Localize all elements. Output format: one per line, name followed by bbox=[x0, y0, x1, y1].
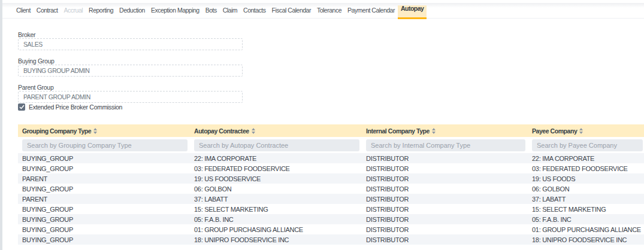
left-scroll-strip bbox=[0, 0, 2, 250]
tab-payment-calendar[interactable]: Payment Calendar bbox=[344, 0, 398, 18]
tab-reporting[interactable]: Reporting bbox=[86, 0, 116, 18]
tab-bar: Client Contract Accrual Reporting Deduct… bbox=[0, 0, 644, 19]
col-header-grouping-company-type[interactable]: Grouping Company Type bbox=[18, 124, 190, 137]
sort-icon[interactable] bbox=[432, 128, 436, 134]
table-row[interactable]: BUYING_GROUP22: IMA CORPORATEDISTRIBUTOR… bbox=[18, 153, 644, 163]
tab-contacts[interactable]: Contacts bbox=[240, 0, 268, 18]
search-autopay-contractee[interactable] bbox=[194, 139, 359, 151]
parent-group-field[interactable]: PARENT GROUP ADMIN bbox=[18, 91, 243, 103]
extended-price-label: Extended Price Broker Commission bbox=[29, 103, 122, 111]
table-row[interactable]: BUYING_GROUP01: GROUP PURCHASING ALLIANC… bbox=[18, 224, 644, 234]
table-row[interactable]: BUYING_GROUP06: GOLBONDISTRIBUTOR06: GOL… bbox=[18, 184, 644, 194]
tab-fiscal-calendar[interactable]: Fiscal Calendar bbox=[268, 0, 313, 18]
tab-autopay[interactable]: Autopay bbox=[398, 5, 427, 19]
buying-group-field[interactable]: BUYING GROUP ADMIN bbox=[18, 65, 243, 77]
extended-price-row: Extended Price Broker Commission bbox=[18, 103, 644, 111]
tab-exception-mapping[interactable]: Exception Mapping bbox=[148, 0, 202, 18]
search-internal-company-type[interactable] bbox=[366, 139, 525, 151]
col-header-payee-company[interactable]: Payee Company bbox=[528, 124, 644, 137]
broker-label: Broker bbox=[18, 31, 644, 38]
tab-bots[interactable]: Bots bbox=[202, 0, 220, 18]
buying-group-label: Buying Group bbox=[18, 57, 644, 65]
autopay-form: Broker SALES Buying Group BUYING GROUP A… bbox=[0, 31, 644, 111]
parent-group-label: Parent Group bbox=[18, 84, 644, 91]
table-search-row bbox=[18, 137, 644, 153]
autopay-table: Grouping Company Type Autopay Contractee… bbox=[18, 124, 644, 245]
table-row[interactable]: PARENT37: LABATTDISTRIBUTOR37: LABATT bbox=[18, 194, 644, 204]
tab-claim[interactable]: Claim bbox=[220, 0, 240, 18]
search-payee-company[interactable] bbox=[532, 139, 643, 151]
tab-contract[interactable]: Contract bbox=[34, 0, 61, 18]
sort-icon[interactable] bbox=[252, 128, 255, 134]
col-header-internal-company-type[interactable]: Internal Company Type bbox=[362, 124, 528, 137]
extended-price-checkbox[interactable] bbox=[18, 103, 25, 111]
tab-client[interactable]: Client bbox=[13, 0, 34, 18]
broker-field[interactable]: SALES bbox=[18, 38, 243, 50]
sort-icon[interactable] bbox=[579, 128, 583, 134]
search-grouping-company-type[interactable] bbox=[22, 139, 188, 151]
table-row[interactable]: BUYING_GROUP18: UNIPRO FOODSERVICE INCDI… bbox=[18, 234, 644, 245]
table-header-row: Grouping Company Type Autopay Contractee… bbox=[18, 124, 644, 137]
tab-tolerance[interactable]: Tolerance bbox=[314, 0, 344, 18]
table-row[interactable]: BUYING_GROUP03: FEDERATED FOODSERVICEDIS… bbox=[18, 163, 644, 173]
sort-icon[interactable] bbox=[93, 128, 97, 134]
table-row[interactable]: PARENT19: US FOODSERVICEDISTRIBUTOR19: U… bbox=[18, 173, 644, 184]
table-row[interactable]: BUYING_GROUP15: SELECT MARKETINGDISTRIBU… bbox=[18, 204, 644, 214]
table-row[interactable]: BUYING_GROUP05: F.A.B. INCDISTRIBUTOR05:… bbox=[18, 214, 644, 224]
col-header-autopay-contractee[interactable]: Autopay Contractee bbox=[190, 124, 362, 137]
tab-deduction[interactable]: Deduction bbox=[116, 0, 148, 18]
tab-accrual[interactable]: Accrual bbox=[61, 0, 86, 18]
check-icon bbox=[19, 105, 25, 109]
